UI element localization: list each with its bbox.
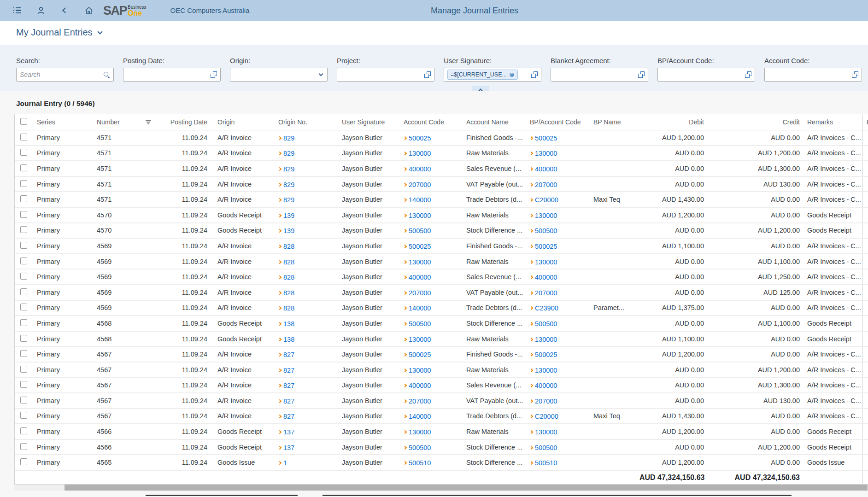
- bp-account-code-link[interactable]: 130000: [530, 212, 557, 219]
- origin-input[interactable]: [234, 71, 317, 78]
- bp-account-code-link[interactable]: 130000: [530, 150, 557, 157]
- row-checkbox[interactable]: [20, 427, 27, 434]
- table-row[interactable]: Primary 4567 11.09.24 A/R Invoice 827 Ja…: [15, 393, 868, 409]
- table-row[interactable]: Primary 4569 11.09.24 A/R Invoice 828 Ja…: [15, 254, 868, 270]
- row-checkbox[interactable]: [20, 381, 27, 388]
- origin-no-link[interactable]: 827: [278, 413, 294, 420]
- account-code-link[interactable]: 500025: [404, 134, 431, 142]
- origin-no-link[interactable]: 138: [278, 320, 294, 327]
- home-icon[interactable]: [81, 3, 97, 18]
- row-checkbox[interactable]: [20, 257, 27, 264]
- origin-no-link[interactable]: 829: [278, 134, 294, 142]
- table-row[interactable]: Primary 4571 11.09.24 A/R Invoice 829 Ja…: [15, 146, 868, 162]
- row-checkbox[interactable]: [20, 134, 27, 140]
- origin-no-link[interactable]: 828: [278, 304, 294, 312]
- value-help-icon[interactable]: [424, 71, 431, 78]
- row-checkbox[interactable]: [20, 211, 27, 218]
- row-checkbox[interactable]: [20, 273, 27, 280]
- row-checkbox[interactable]: [20, 304, 27, 310]
- table-row[interactable]: Primary 4569 11.09.24 A/R Invoice 828 Ja…: [15, 239, 868, 254]
- origin-no-link[interactable]: 827: [278, 351, 294, 358]
- bp-account-code-link[interactable]: 500500: [530, 444, 557, 451]
- blanket-agreement-input[interactable]: [554, 71, 635, 78]
- origin-no-link[interactable]: 828: [278, 289, 294, 297]
- table-row[interactable]: Primary 4569 11.09.24 A/R Invoice 828 Ja…: [15, 269, 868, 285]
- bp-account-code-link[interactable]: 400000: [530, 165, 557, 173]
- account-code-link[interactable]: 500500: [404, 227, 431, 234]
- origin-no-link[interactable]: 137: [278, 428, 294, 436]
- row-checkbox[interactable]: [20, 366, 27, 373]
- origin-no-link[interactable]: 138: [278, 336, 294, 343]
- account-code-link[interactable]: 207000: [404, 181, 431, 188]
- origin-no-link[interactable]: 829: [278, 150, 294, 157]
- account-code-link[interactable]: 500025: [404, 243, 431, 250]
- user-signature-token[interactable]: =$[CURRENT_USE... ⊗: [447, 70, 518, 80]
- col-remarks[interactable]: Remarks: [803, 118, 862, 126]
- col-posting-date[interactable]: Posting Date: [159, 118, 211, 126]
- bp-account-code-link[interactable]: 400000: [530, 274, 557, 281]
- back-icon[interactable]: [57, 3, 73, 18]
- account-code-link[interactable]: 400000: [404, 274, 431, 281]
- view-selector[interactable]: My Journal Entries: [16, 27, 102, 38]
- account-code-link[interactable]: 207000: [404, 398, 431, 405]
- search-input[interactable]: [20, 71, 100, 78]
- col-number[interactable]: Number: [95, 118, 159, 126]
- col-account-code[interactable]: Account Code: [397, 118, 460, 126]
- row-checkbox[interactable]: [20, 335, 27, 342]
- row-checkbox[interactable]: [20, 443, 27, 450]
- row-checkbox[interactable]: [20, 350, 27, 357]
- search-icon[interactable]: [103, 71, 110, 78]
- account-code-link[interactable]: 400000: [404, 165, 431, 173]
- origin-no-link[interactable]: 828: [278, 243, 294, 250]
- origin-no-link[interactable]: 139: [278, 212, 294, 219]
- bp-account-code-link[interactable]: 207000: [530, 181, 557, 188]
- origin-no-link[interactable]: 828: [278, 258, 294, 266]
- column-filter-icon[interactable]: [146, 120, 151, 124]
- origin-no-link[interactable]: 1: [278, 459, 287, 467]
- table-row[interactable]: Primary 4569 11.09.24 A/R Invoice 828 Ja…: [15, 301, 868, 316]
- bp-account-code-link[interactable]: 500025: [530, 243, 557, 250]
- origin-no-link[interactable]: 827: [278, 367, 294, 374]
- origin-no-link[interactable]: 137: [278, 444, 294, 451]
- account-code-input[interactable]: [768, 71, 849, 78]
- project-input[interactable]: [340, 71, 422, 78]
- value-help-icon[interactable]: [852, 71, 858, 78]
- table-row[interactable]: Primary 4571 11.09.24 A/R Invoice 829 Ja…: [15, 177, 868, 193]
- token-remove-icon[interactable]: ⊗: [509, 71, 515, 78]
- row-checkbox[interactable]: [20, 242, 27, 249]
- row-checkbox[interactable]: [20, 164, 27, 171]
- table-row[interactable]: Primary 4567 11.09.24 A/R Invoice 827 Ja…: [15, 363, 868, 378]
- account-code-link[interactable]: 500500: [404, 444, 431, 451]
- col-account-name[interactable]: Account Name: [460, 118, 523, 126]
- origin-select[interactable]: [230, 68, 328, 82]
- table-row[interactable]: Primary 4566 11.09.24 Goods Receipt 137 …: [15, 424, 868, 440]
- account-code-link[interactable]: 140000: [404, 304, 431, 312]
- bp-account-code-link[interactable]: 500510: [530, 459, 557, 467]
- account-code-link[interactable]: 500500: [404, 320, 431, 327]
- table-row[interactable]: Primary 4565 11.09.24 Goods Issue 1 Jays…: [15, 455, 868, 471]
- bp-account-code-link[interactable]: C20000: [530, 413, 558, 420]
- row-checkbox[interactable]: [20, 288, 27, 295]
- account-code-link[interactable]: 130000: [404, 258, 431, 266]
- table-row[interactable]: Primary 4567 11.09.24 A/R Invoice 827 Ja…: [15, 378, 868, 394]
- account-code-link[interactable]: 500510: [404, 459, 431, 467]
- table-row[interactable]: Primary 4567 11.09.24 A/R Invoice 827 Ja…: [15, 347, 868, 363]
- origin-no-link[interactable]: 829: [278, 165, 294, 173]
- col-bp-account-code[interactable]: BP/Account Code: [523, 118, 587, 126]
- bp-account-code-link[interactable]: 130000: [530, 336, 557, 343]
- value-help-icon[interactable]: [745, 71, 751, 78]
- bp-account-code-link[interactable]: C20000: [530, 196, 558, 204]
- row-checkbox[interactable]: [20, 180, 27, 187]
- table-row[interactable]: Primary 4571 11.09.24 A/R Invoice 829 Ja…: [15, 192, 868, 208]
- origin-no-link[interactable]: 828: [278, 274, 294, 281]
- bp-account-code-link[interactable]: 400000: [530, 382, 557, 389]
- value-help-icon[interactable]: [531, 71, 538, 78]
- row-checkbox[interactable]: [20, 195, 27, 202]
- origin-no-link[interactable]: 827: [278, 398, 294, 405]
- account-code-link[interactable]: 400000: [404, 382, 431, 389]
- value-help-icon[interactable]: [211, 71, 217, 78]
- origin-no-link[interactable]: 829: [278, 196, 294, 204]
- col-debit[interactable]: Debit: [636, 118, 708, 126]
- col-origin[interactable]: Origin: [211, 118, 272, 126]
- select-all-checkbox[interactable]: [20, 118, 27, 125]
